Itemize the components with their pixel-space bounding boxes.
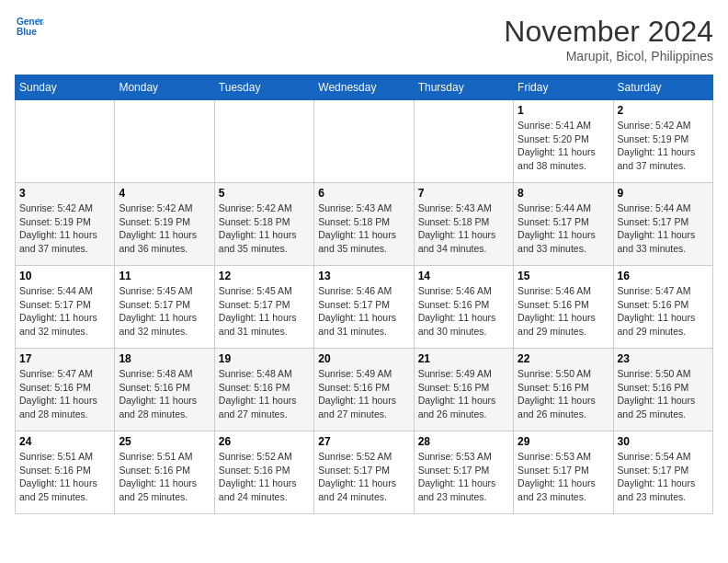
calendar-cell: 8Sunrise: 5:44 AM Sunset: 5:17 PM Daylig… bbox=[514, 183, 613, 266]
day-number: 20 bbox=[318, 352, 409, 365]
day-info: Sunrise: 5:45 AM Sunset: 5:17 PM Dayligh… bbox=[119, 284, 210, 339]
day-info: Sunrise: 5:53 AM Sunset: 5:17 PM Dayligh… bbox=[418, 450, 509, 504]
day-info: Sunrise: 5:53 AM Sunset: 5:17 PM Dayligh… bbox=[518, 450, 609, 504]
day-info: Sunrise: 5:46 AM Sunset: 5:16 PM Dayligh… bbox=[418, 284, 509, 339]
day-number: 11 bbox=[119, 270, 210, 282]
calendar-cell bbox=[115, 100, 214, 183]
day-number: 1 bbox=[518, 104, 609, 117]
calendar-cell: 19Sunrise: 5:48 AM Sunset: 5:16 PM Dayli… bbox=[214, 349, 313, 431]
day-number: 3 bbox=[19, 187, 110, 200]
day-number: 18 bbox=[119, 352, 210, 365]
day-number: 5 bbox=[219, 187, 310, 200]
day-info: Sunrise: 5:50 AM Sunset: 5:16 PM Dayligh… bbox=[618, 367, 709, 421]
calendar-cell: 3Sunrise: 5:42 AM Sunset: 5:19 PM Daylig… bbox=[16, 183, 115, 266]
day-number: 27 bbox=[318, 435, 409, 448]
day-number: 7 bbox=[418, 187, 509, 200]
day-info: Sunrise: 5:49 AM Sunset: 5:16 PM Dayligh… bbox=[318, 367, 409, 421]
logo-icon: General Blue bbox=[15, 15, 44, 40]
day-number: 23 bbox=[618, 352, 709, 365]
day-info: Sunrise: 5:42 AM Sunset: 5:19 PM Dayligh… bbox=[119, 201, 210, 256]
calendar-cell: 14Sunrise: 5:46 AM Sunset: 5:16 PM Dayli… bbox=[414, 266, 513, 349]
day-info: Sunrise: 5:42 AM Sunset: 5:19 PM Dayligh… bbox=[19, 201, 110, 256]
calendar-cell: 13Sunrise: 5:46 AM Sunset: 5:17 PM Dayli… bbox=[314, 266, 414, 349]
day-number: 2 bbox=[618, 104, 709, 117]
weekday-header: Monday bbox=[115, 75, 214, 100]
day-number: 14 bbox=[418, 270, 509, 282]
calendar-week-row: 24Sunrise: 5:51 AM Sunset: 5:16 PM Dayli… bbox=[16, 431, 713, 514]
month-title: November 2024 bbox=[504, 15, 713, 49]
calendar-cell: 25Sunrise: 5:51 AM Sunset: 5:16 PM Dayli… bbox=[115, 431, 214, 514]
day-number: 25 bbox=[119, 435, 210, 448]
calendar-cell: 4Sunrise: 5:42 AM Sunset: 5:19 PM Daylig… bbox=[115, 183, 214, 266]
calendar-cell: 16Sunrise: 5:47 AM Sunset: 5:16 PM Dayli… bbox=[613, 266, 712, 349]
calendar-cell: 10Sunrise: 5:44 AM Sunset: 5:17 PM Dayli… bbox=[16, 266, 115, 349]
calendar-cell: 27Sunrise: 5:52 AM Sunset: 5:17 PM Dayli… bbox=[314, 431, 414, 514]
calendar-cell: 28Sunrise: 5:53 AM Sunset: 5:17 PM Dayli… bbox=[414, 431, 513, 514]
day-info: Sunrise: 5:44 AM Sunset: 5:17 PM Dayligh… bbox=[618, 201, 709, 256]
day-info: Sunrise: 5:52 AM Sunset: 5:17 PM Dayligh… bbox=[318, 450, 409, 504]
calendar-cell: 20Sunrise: 5:49 AM Sunset: 5:16 PM Dayli… bbox=[314, 349, 414, 431]
calendar-cell bbox=[314, 100, 414, 183]
calendar-cell: 12Sunrise: 5:45 AM Sunset: 5:17 PM Dayli… bbox=[214, 266, 313, 349]
day-number: 13 bbox=[318, 270, 409, 282]
calendar-cell: 18Sunrise: 5:48 AM Sunset: 5:16 PM Dayli… bbox=[115, 349, 214, 431]
day-info: Sunrise: 5:43 AM Sunset: 5:18 PM Dayligh… bbox=[318, 201, 409, 256]
calendar-cell bbox=[414, 100, 513, 183]
day-number: 28 bbox=[418, 435, 509, 448]
day-number: 19 bbox=[219, 352, 310, 365]
day-info: Sunrise: 5:47 AM Sunset: 5:16 PM Dayligh… bbox=[19, 367, 110, 421]
calendar-cell: 26Sunrise: 5:52 AM Sunset: 5:16 PM Dayli… bbox=[214, 431, 313, 514]
day-number: 22 bbox=[518, 352, 609, 365]
day-info: Sunrise: 5:49 AM Sunset: 5:16 PM Dayligh… bbox=[418, 367, 509, 421]
calendar-cell: 7Sunrise: 5:43 AM Sunset: 5:18 PM Daylig… bbox=[414, 183, 513, 266]
day-info: Sunrise: 5:42 AM Sunset: 5:18 PM Dayligh… bbox=[219, 201, 310, 256]
day-number: 17 bbox=[19, 352, 110, 365]
calendar-cell: 30Sunrise: 5:54 AM Sunset: 5:17 PM Dayli… bbox=[613, 431, 712, 514]
day-info: Sunrise: 5:44 AM Sunset: 5:17 PM Dayligh… bbox=[19, 284, 110, 339]
day-number: 30 bbox=[618, 435, 709, 448]
calendar-cell: 23Sunrise: 5:50 AM Sunset: 5:16 PM Dayli… bbox=[613, 349, 712, 431]
day-number: 29 bbox=[518, 435, 609, 448]
weekday-header: Friday bbox=[514, 75, 613, 100]
calendar-week-row: 17Sunrise: 5:47 AM Sunset: 5:16 PM Dayli… bbox=[16, 349, 713, 431]
day-number: 8 bbox=[518, 187, 609, 200]
day-info: Sunrise: 5:51 AM Sunset: 5:16 PM Dayligh… bbox=[119, 450, 210, 504]
day-info: Sunrise: 5:54 AM Sunset: 5:17 PM Dayligh… bbox=[618, 450, 709, 504]
day-info: Sunrise: 5:41 AM Sunset: 5:20 PM Dayligh… bbox=[518, 119, 609, 173]
title-area: November 2024 Marupit, Bicol, Philippine… bbox=[504, 15, 713, 63]
day-number: 9 bbox=[618, 187, 709, 200]
weekday-header: Wednesday bbox=[314, 75, 414, 100]
location: Marupit, Bicol, Philippines bbox=[504, 49, 713, 63]
calendar-cell: 22Sunrise: 5:50 AM Sunset: 5:16 PM Dayli… bbox=[514, 349, 613, 431]
day-number: 21 bbox=[418, 352, 509, 365]
calendar-week-row: 10Sunrise: 5:44 AM Sunset: 5:17 PM Dayli… bbox=[16, 266, 713, 349]
calendar-cell: 17Sunrise: 5:47 AM Sunset: 5:16 PM Dayli… bbox=[16, 349, 115, 431]
day-number: 15 bbox=[518, 270, 609, 282]
calendar-cell: 9Sunrise: 5:44 AM Sunset: 5:17 PM Daylig… bbox=[613, 183, 712, 266]
calendar-cell bbox=[16, 100, 115, 183]
calendar-cell: 2Sunrise: 5:42 AM Sunset: 5:19 PM Daylig… bbox=[613, 100, 712, 183]
weekday-header: Thursday bbox=[414, 75, 513, 100]
day-number: 10 bbox=[19, 270, 110, 282]
day-info: Sunrise: 5:47 AM Sunset: 5:16 PM Dayligh… bbox=[618, 284, 709, 339]
calendar-cell: 1Sunrise: 5:41 AM Sunset: 5:20 PM Daylig… bbox=[514, 100, 613, 183]
weekday-header-row: SundayMondayTuesdayWednesdayThursdayFrid… bbox=[16, 75, 713, 100]
calendar-cell: 11Sunrise: 5:45 AM Sunset: 5:17 PM Dayli… bbox=[115, 266, 214, 349]
calendar-cell: 29Sunrise: 5:53 AM Sunset: 5:17 PM Dayli… bbox=[514, 431, 613, 514]
day-info: Sunrise: 5:45 AM Sunset: 5:17 PM Dayligh… bbox=[219, 284, 310, 339]
calendar-cell: 24Sunrise: 5:51 AM Sunset: 5:16 PM Dayli… bbox=[16, 431, 115, 514]
day-info: Sunrise: 5:46 AM Sunset: 5:17 PM Dayligh… bbox=[318, 284, 409, 339]
day-number: 24 bbox=[19, 435, 110, 448]
day-info: Sunrise: 5:52 AM Sunset: 5:16 PM Dayligh… bbox=[219, 450, 310, 504]
calendar-cell: 21Sunrise: 5:49 AM Sunset: 5:16 PM Dayli… bbox=[414, 349, 513, 431]
weekday-header: Sunday bbox=[16, 75, 115, 100]
calendar-cell: 6Sunrise: 5:43 AM Sunset: 5:18 PM Daylig… bbox=[314, 183, 414, 266]
calendar-cell bbox=[214, 100, 313, 183]
day-info: Sunrise: 5:51 AM Sunset: 5:16 PM Dayligh… bbox=[19, 450, 110, 504]
calendar-cell: 5Sunrise: 5:42 AM Sunset: 5:18 PM Daylig… bbox=[214, 183, 313, 266]
logo: General Blue bbox=[15, 15, 44, 40]
calendar-week-row: 1Sunrise: 5:41 AM Sunset: 5:20 PM Daylig… bbox=[16, 100, 713, 183]
page-header: General Blue November 2024 Marupit, Bico… bbox=[15, 15, 713, 63]
day-info: Sunrise: 5:48 AM Sunset: 5:16 PM Dayligh… bbox=[219, 367, 310, 421]
svg-text:Blue: Blue bbox=[17, 27, 37, 37]
